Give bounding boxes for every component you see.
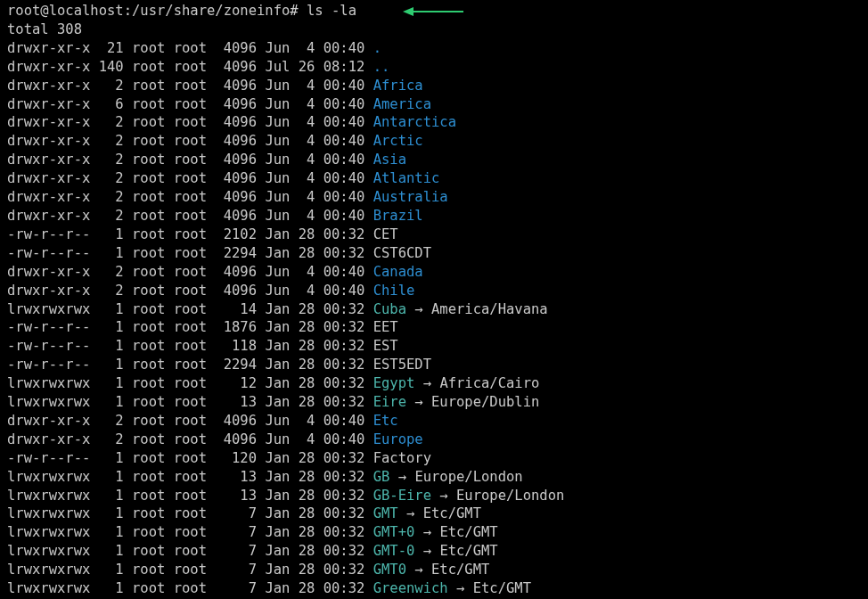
directory-name: Canada	[373, 264, 423, 280]
col-perms: lrwxrwxrwx	[7, 580, 90, 596]
col-date: Jan 28 00:32	[265, 524, 364, 540]
ls-row: drwxr-xr-x 2 root root 4096 Jun 4 00:40 …	[7, 170, 439, 186]
symlink-target: Etc/GMT	[439, 543, 497, 559]
col-owner: root	[132, 450, 165, 466]
file-name: EST5EDT	[373, 357, 431, 373]
col-perms: drwxr-xr-x	[7, 283, 90, 299]
col-perms: -rw-r--r--	[7, 450, 90, 466]
col-perms: lrwxrwxrwx	[7, 543, 90, 559]
ls-row: -rw-r--r-- 1 root root 1876 Jan 28 00:32…	[7, 319, 398, 335]
ls-row: drwxr-xr-x 2 root root 4096 Jun 4 00:40 …	[7, 208, 423, 224]
ls-row: lrwxrwxrwx 1 root root 7 Jan 28 00:32 Gr…	[7, 580, 531, 596]
col-date: Jun 4 00:40	[265, 152, 364, 168]
file-name: EET	[373, 319, 398, 335]
col-group: root	[174, 264, 207, 280]
col-size: 4096	[215, 114, 257, 130]
col-perms: -rw-r--r--	[7, 338, 90, 354]
col-perms: lrwxrwxrwx	[7, 375, 90, 391]
symlink-name: GMT+0	[373, 524, 415, 540]
ls-row: drwxr-xr-x 2 root root 4096 Jun 4 00:40 …	[7, 264, 423, 280]
symlink-name: Eire	[373, 394, 406, 410]
col-size: 4096	[215, 283, 257, 299]
col-group: root	[174, 301, 207, 317]
ls-row: drwxr-xr-x 21 root root 4096 Jun 4 00:40…	[7, 40, 381, 56]
col-group: root	[174, 505, 207, 521]
col-owner: root	[132, 283, 165, 299]
col-group: root	[174, 96, 207, 112]
col-group: root	[174, 394, 207, 410]
col-group: root	[174, 226, 207, 242]
col-size: 4096	[215, 413, 257, 429]
terminal-output[interactable]: root@localhost:/usr/share/zoneinfo# ls -…	[0, 0, 868, 599]
col-size: 4096	[215, 170, 257, 186]
symlink-name: GMT0	[373, 562, 406, 578]
col-links: 2	[99, 208, 124, 224]
col-links: 6	[99, 96, 124, 112]
col-perms: drwxr-xr-x	[7, 208, 90, 224]
symlink-arrow-icon: →	[389, 469, 414, 485]
col-owner: root	[132, 40, 165, 56]
ls-row: drwxr-xr-x 2 root root 4096 Jun 4 00:40 …	[7, 189, 448, 205]
col-owner: root	[132, 488, 165, 504]
col-perms: drwxr-xr-x	[7, 264, 90, 280]
col-owner: root	[132, 319, 165, 335]
ls-row: lrwxrwxrwx 1 root root 7 Jan 28 00:32 GM…	[7, 562, 489, 578]
ls-row: lrwxrwxrwx 1 root root 13 Jan 28 00:32 G…	[7, 488, 564, 504]
col-group: root	[174, 543, 207, 559]
col-size: 12	[215, 375, 257, 391]
col-perms: lrwxrwxrwx	[7, 469, 90, 485]
col-group: root	[174, 580, 207, 596]
col-group: root	[174, 319, 207, 335]
col-perms: drwxr-xr-x	[7, 133, 90, 149]
col-perms: -rw-r--r--	[7, 357, 90, 373]
col-links: 2	[99, 133, 124, 149]
ls-row: lrwxrwxrwx 1 root root 7 Jan 28 00:32 GM…	[7, 543, 498, 559]
col-size: 2102	[215, 226, 257, 242]
col-date: Jan 28 00:32	[265, 543, 364, 559]
col-size: 4096	[215, 264, 257, 280]
col-date: Jul 26 08:12	[265, 59, 364, 75]
col-links: 1	[99, 338, 124, 354]
ls-row: drwxr-xr-x 6 root root 4096 Jun 4 00:40 …	[7, 96, 431, 112]
col-size: 118	[215, 338, 257, 354]
col-size: 4096	[215, 40, 257, 56]
col-owner: root	[132, 152, 165, 168]
col-owner: root	[132, 375, 165, 391]
col-group: root	[174, 78, 207, 94]
ls-total-line: total 308	[7, 21, 82, 37]
directory-name: Antarctica	[373, 114, 456, 130]
col-group: root	[174, 357, 207, 373]
col-size: 13	[215, 394, 257, 410]
col-date: Jun 4 00:40	[265, 283, 364, 299]
symlink-target: Africa/Cairo	[439, 375, 539, 391]
col-size: 7	[215, 543, 257, 559]
col-links: 2	[99, 413, 124, 429]
directory-name: Etc	[373, 413, 398, 429]
col-size: 2294	[215, 245, 257, 261]
col-perms: drwxr-xr-x	[7, 40, 90, 56]
col-owner: root	[132, 189, 165, 205]
col-links: 1	[99, 543, 124, 559]
col-date: Jun 4 00:40	[265, 189, 364, 205]
col-size: 7	[215, 505, 257, 521]
ls-row: lrwxrwxrwx 1 root root 12 Jan 28 00:32 E…	[7, 375, 539, 391]
col-date: Jan 28 00:32	[265, 450, 364, 466]
col-size: 13	[215, 469, 257, 485]
col-group: root	[174, 59, 207, 75]
directory-name: Europe	[373, 431, 423, 447]
col-links: 2	[99, 431, 124, 447]
col-group: root	[174, 524, 207, 540]
symlink-target: Europe/London	[456, 488, 564, 504]
col-links: 2	[99, 170, 124, 186]
col-group: root	[174, 114, 207, 130]
symlink-arrow-icon: →	[414, 375, 439, 391]
symlink-target: America/Havana	[431, 301, 548, 317]
symlink-arrow-icon: →	[406, 301, 431, 317]
col-links: 1	[99, 505, 124, 521]
symlink-arrow-icon: →	[431, 488, 456, 504]
prompt-user-host: root@localhost	[7, 3, 124, 19]
ls-row: drwxr-xr-x 2 root root 4096 Jun 4 00:40 …	[7, 283, 414, 299]
col-perms: drwxr-xr-x	[7, 189, 90, 205]
directory-name: Asia	[373, 152, 406, 168]
col-group: root	[174, 375, 207, 391]
